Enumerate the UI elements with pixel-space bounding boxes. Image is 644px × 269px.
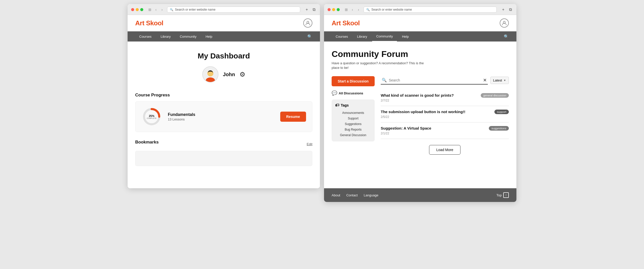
address-bar-2[interactable]: 🔍 Search or enter website name — [364, 7, 497, 13]
browser-window-dashboard: ⊞ ‹ › 🔍 Search or enter website name + ⧉… — [128, 4, 320, 188]
forward-icon-2[interactable]: › — [356, 7, 361, 12]
nav-search-icon-1: 🔍 — [307, 34, 312, 39]
user-avatar-icon-1[interactable] — [303, 18, 312, 28]
nav-community-1[interactable]: Community — [176, 31, 200, 42]
top-button[interactable]: Top ↑ — [496, 192, 509, 198]
site-header-2: Art Skool — [324, 15, 516, 31]
dot-green-2[interactable] — [337, 8, 340, 11]
forward-icon-1[interactable]: › — [159, 7, 165, 12]
post-item[interactable]: Suggestion: A Virtual Space suggestions … — [381, 122, 509, 139]
nav-library-2[interactable]: Library — [353, 31, 371, 42]
donut-chart: 25% COMPLETE — [142, 107, 162, 127]
sidebar-toggle-icon-1[interactable]: ⊞ — [147, 7, 152, 12]
bookmarks-header: Bookmarks Edit — [135, 140, 312, 148]
resume-button[interactable]: Resume — [280, 112, 306, 122]
browser-dots-1 — [131, 8, 143, 11]
top-arrow-icon: ↑ — [503, 192, 509, 198]
course-progress-section-title: Course Progress — [135, 93, 312, 98]
svg-point-6 — [503, 21, 505, 23]
footer-about-link[interactable]: About — [332, 193, 340, 197]
tag-list: Announcements Support Suggestions Bug Re… — [335, 110, 371, 138]
all-discussions-row[interactable]: 💬 All Discussions — [332, 90, 375, 96]
dot-yellow-1[interactable] — [136, 8, 139, 11]
tag-support[interactable]: Support — [335, 116, 371, 121]
tag-announcements[interactable]: Announcements — [335, 110, 371, 116]
course-lessons: 13 Lessons — [168, 117, 274, 121]
windows-btn-1[interactable]: ⧉ — [311, 7, 316, 12]
sort-dropdown[interactable]: Latest ▼ — [490, 77, 509, 84]
site-nav-1: Courses Library Community Help 🔍 — [128, 31, 320, 42]
browser-titlebar-2: ⊞ ‹ › 🔍 Search or enter website name + ⧉ — [324, 4, 516, 15]
site-logo-1[interactable]: Art Skool — [135, 19, 163, 27]
back-icon-2[interactable]: ‹ — [350, 7, 355, 12]
tag-bug-reports[interactable]: Bug Reports — [335, 127, 371, 132]
load-more-button[interactable]: Load More — [429, 145, 461, 155]
nav-library-1[interactable]: Library — [156, 31, 175, 42]
sort-label: Latest — [493, 78, 502, 82]
forum-subtitle: Have a question or suggestion? A recomme… — [332, 61, 509, 70]
browser-titlebar-1: ⊞ ‹ › 🔍 Search or enter website name + ⧉ — [128, 4, 320, 15]
footer-contact-link[interactable]: Contact — [346, 193, 358, 197]
svg-point-0 — [307, 21, 309, 23]
site-logo-2[interactable]: Art Skool — [332, 19, 360, 27]
edit-bookmarks-link[interactable]: Edit — [307, 142, 312, 146]
dot-red-2[interactable] — [328, 8, 331, 11]
post-date: 2/5/22 — [381, 115, 509, 119]
windows-btn-2[interactable]: ⧉ — [508, 7, 513, 12]
sidebar-toggle-icon-2[interactable]: ⊞ — [344, 7, 349, 12]
settings-gear-icon[interactable]: ⚙ — [239, 71, 245, 78]
dot-yellow-2[interactable] — [332, 8, 335, 11]
nav-search-icon-2: 🔍 — [504, 34, 509, 39]
new-tab-btn-2[interactable]: + — [501, 7, 506, 12]
nav-help-1[interactable]: Help — [202, 31, 216, 42]
search-input-wrapper: 🔍 ✕ — [381, 76, 488, 85]
address-bar-text-1: Search or enter website name — [175, 8, 215, 11]
search-address-icon-2: 🔍 — [366, 8, 370, 11]
address-bar-1[interactable]: 🔍 Search or enter website name — [167, 7, 300, 13]
dashboard-title: My Dashboard — [135, 52, 312, 60]
search-input[interactable] — [389, 78, 481, 82]
post-title: The submission upload button is not work… — [381, 110, 492, 114]
post-item[interactable]: The submission upload button is not work… — [381, 106, 509, 122]
forum-posts: 🔍 ✕ Latest ▼ What kind — [381, 76, 509, 160]
new-tab-btn-1[interactable]: + — [304, 7, 309, 12]
start-discussion-button[interactable]: Start a Discussion — [332, 76, 375, 86]
donut-percent: 25% — [147, 114, 157, 117]
dot-green-1[interactable] — [140, 8, 143, 11]
tags-title: Tags — [341, 103, 349, 107]
donut-label: 25% COMPLETE — [147, 114, 157, 119]
post-list: What kind of scanner is good for prints?… — [381, 90, 509, 139]
tags-box: 🏷 Tags Announcements Support Suggestions… — [332, 99, 375, 141]
speech-bubble-icon: 💬 — [332, 90, 337, 96]
forum-sidebar: Start a Discussion 💬 All Discussions 🏷 T… — [332, 76, 375, 160]
user-avatar-icon-2[interactable] — [500, 18, 509, 28]
course-name: Fundamentals — [168, 112, 274, 117]
nav-community-2[interactable]: Community — [372, 31, 397, 42]
search-clear-icon[interactable]: ✕ — [483, 78, 487, 82]
tag-suggestions[interactable]: Suggestions — [335, 121, 371, 127]
donut-sublabel: COMPLETE — [147, 117, 157, 119]
footer-language-link[interactable]: Language — [364, 193, 378, 197]
svg-point-2 — [206, 77, 215, 82]
site-header-1: Art Skool — [128, 15, 320, 31]
forum-content: Community Forum Have a question or sugge… — [324, 42, 516, 188]
post-tag-suggestions: suggestions — [489, 126, 509, 131]
dot-red-1[interactable] — [131, 8, 134, 11]
header-right-1 — [303, 18, 312, 28]
site-nav-2: Courses Library Community Help 🔍 — [324, 31, 516, 42]
nav-courses-1[interactable]: Courses — [135, 31, 155, 42]
search-address-icon-1: 🔍 — [170, 8, 173, 11]
nav-search-1[interactable]: 🔍 — [307, 34, 312, 39]
nav-search-2[interactable]: 🔍 — [504, 34, 509, 39]
course-progress-card: 25% COMPLETE Fundamentals 13 Lessons Res… — [135, 101, 312, 132]
browser-nav-icons-1: ⊞ ‹ › — [147, 7, 165, 12]
back-icon-1[interactable]: ‹ — [153, 7, 158, 12]
bookmarks-section: Bookmarks Edit — [135, 140, 312, 166]
post-item[interactable]: What kind of scanner is good for prints?… — [381, 90, 509, 106]
post-top-row: Suggestion: A Virtual Space suggestions — [381, 126, 509, 131]
header-right-2 — [500, 18, 509, 28]
nav-help-2[interactable]: Help — [398, 31, 413, 42]
nav-courses-2[interactable]: Courses — [332, 31, 352, 42]
tag-general-discussion[interactable]: General Discussion — [335, 132, 371, 138]
profile-row: John ⚙ — [135, 66, 312, 82]
